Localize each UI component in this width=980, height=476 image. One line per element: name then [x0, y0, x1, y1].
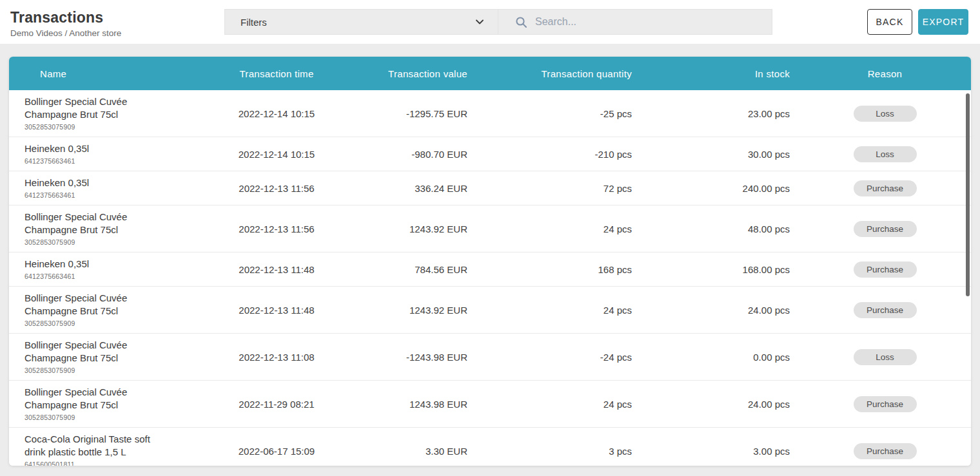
in-stock-value: 23.00 pcs [641, 108, 799, 119]
product-name: Bollinger Special Cuvée Champagne Brut 7… [24, 386, 159, 412]
table-row[interactable]: Bollinger Special Cuvée Champagne Brut 7… [9, 334, 971, 381]
transaction-quantity: 168 pcs [476, 264, 641, 275]
header-actions: BACK EXPORT [867, 0, 968, 35]
search-box[interactable] [498, 9, 772, 35]
product-name: Bollinger Special Cuvée Champagne Brut 7… [24, 211, 159, 236]
transaction-value: -980.70 EUR [331, 149, 476, 160]
transaction-value: 336.24 EUR [331, 183, 476, 194]
transaction-time: 2022-12-13 11:56 [222, 224, 331, 234]
reason-badge: Purchase [854, 221, 917, 237]
transaction-time: 2022-06-17 15:09 [222, 446, 331, 457]
column-header-time: Transaction time [222, 68, 331, 79]
name-cell: Heineken 0,35l 6412375663461 [9, 252, 222, 286]
product-name: Heineken 0,35l [24, 258, 159, 271]
name-cell: Bollinger Special Cuvée Champagne Brut 7… [9, 381, 222, 427]
transaction-time: 2022-12-13 11:08 [222, 352, 331, 363]
product-name: Heineken 0,35l [24, 176, 159, 189]
reason-badge: Loss [854, 106, 917, 122]
name-cell: Bollinger Special Cuvée Champagne Brut 7… [9, 287, 222, 333]
column-header-value: Transaction value [331, 68, 476, 79]
table-row[interactable]: Heineken 0,35l 6412375663461 2022-12-13 … [9, 171, 971, 205]
in-stock-value: 168.00 pcs [641, 264, 799, 275]
title-block: Transactions Demo Videos / Another store [10, 0, 224, 38]
column-header-in-stock: In stock [641, 68, 799, 79]
table-row[interactable]: Bollinger Special Cuvée Champagne Brut 7… [9, 287, 971, 334]
page-title: Transactions [10, 9, 224, 26]
column-header-reason: Reason [799, 68, 971, 79]
transaction-value: 1243.92 EUR [331, 305, 476, 316]
reason-cell: Purchase [799, 262, 971, 278]
table-row[interactable]: Bollinger Special Cuvée Champagne Brut 7… [9, 90, 971, 137]
table-body: Bollinger Special Cuvée Champagne Brut 7… [9, 90, 971, 466]
reason-badge: Purchase [854, 396, 917, 412]
transaction-value: -1295.75 EUR [331, 108, 476, 119]
table-row[interactable]: Heineken 0,35l 6412375663461 2022-12-14 … [9, 137, 971, 171]
transaction-time: 2022-12-14 10:15 [222, 108, 331, 119]
name-cell: Heineken 0,35l 6412375663461 [9, 137, 222, 171]
filters-dropdown[interactable]: Filters [224, 9, 498, 35]
table-row[interactable]: Heineken 0,35l 6412375663461 2022-12-13 … [9, 252, 971, 287]
transaction-value: -1243.98 EUR [331, 352, 476, 363]
reason-cell: Purchase [799, 443, 971, 459]
transaction-quantity: 72 pcs [476, 183, 641, 194]
in-stock-value: 24.00 pcs [641, 399, 799, 410]
transaction-value: 1243.92 EUR [331, 224, 476, 234]
back-button[interactable]: BACK [867, 9, 912, 35]
name-cell: Heineken 0,35l 6412375663461 [9, 171, 222, 205]
export-button[interactable]: EXPORT [918, 9, 968, 35]
product-barcode: 6412375663461 [24, 191, 215, 200]
transaction-quantity: 24 pcs [476, 224, 641, 234]
reason-cell: Loss [799, 349, 971, 365]
transaction-value: 1243.98 EUR [331, 399, 476, 410]
filters-search-bar: Filters [224, 0, 772, 35]
search-input[interactable] [535, 16, 763, 28]
in-stock-value: 3.00 pcs [641, 446, 799, 457]
product-barcode: 3052853075909 [24, 366, 215, 375]
transaction-quantity: 3 pcs [476, 446, 641, 457]
in-stock-value: 240.00 pcs [641, 183, 799, 194]
in-stock-value: 0.00 pcs [641, 352, 799, 363]
in-stock-value: 24.00 pcs [641, 305, 799, 316]
table-row[interactable]: Bollinger Special Cuvée Champagne Brut 7… [9, 381, 971, 428]
filters-label: Filters [240, 17, 267, 28]
reason-badge: Purchase [854, 443, 917, 459]
vertical-scrollbar[interactable] [966, 93, 970, 296]
product-name: Coca-Cola Original Taste soft drink plas… [24, 433, 159, 459]
product-barcode: 3052853075909 [24, 319, 215, 328]
product-barcode: 3052853075909 [24, 238, 215, 247]
name-cell: Coca-Cola Original Taste soft drink plas… [9, 428, 222, 466]
transaction-quantity: 24 pcs [476, 305, 641, 316]
product-barcode: 3052853075909 [24, 413, 215, 422]
transaction-quantity: -25 pcs [476, 108, 641, 119]
product-barcode: 6415600501811 [24, 460, 215, 466]
product-name: Bollinger Special Cuvée Champagne Brut 7… [24, 339, 159, 365]
table-header-row: Name Transaction time Transaction value … [9, 57, 971, 90]
transaction-time: 2022-12-14 10:15 [222, 149, 331, 160]
transaction-value: 3.30 EUR [331, 446, 476, 457]
reason-cell: Purchase [799, 396, 971, 412]
reason-cell: Loss [799, 146, 971, 162]
product-name: Heineken 0,35l [24, 142, 159, 155]
reason-badge: Purchase [854, 302, 917, 318]
reason-badge: Purchase [854, 262, 917, 278]
chevron-down-icon [475, 17, 485, 27]
transaction-quantity: 24 pcs [476, 399, 641, 410]
reason-cell: Purchase [799, 221, 971, 237]
reason-badge: Loss [854, 349, 917, 365]
search-icon [515, 16, 527, 28]
transaction-value: 784.56 EUR [331, 264, 476, 275]
transaction-time: 2022-12-13 11:48 [222, 305, 331, 316]
top-bar: Transactions Demo Videos / Another store… [0, 0, 980, 44]
reason-badge: Purchase [854, 180, 917, 196]
table-row[interactable]: Bollinger Special Cuvée Champagne Brut 7… [9, 205, 971, 252]
reason-cell: Purchase [799, 180, 971, 196]
transaction-quantity: -24 pcs [476, 352, 641, 363]
name-cell: Bollinger Special Cuvée Champagne Brut 7… [9, 205, 222, 252]
transaction-time: 2022-11-29 08:21 [222, 399, 331, 410]
reason-cell: Loss [799, 106, 971, 122]
table-row[interactable]: Coca-Cola Original Taste soft drink plas… [9, 428, 971, 466]
name-cell: Bollinger Special Cuvée Champagne Brut 7… [9, 334, 222, 380]
product-barcode: 3052853075909 [24, 122, 215, 131]
product-barcode: 6412375663461 [24, 272, 215, 281]
product-name: Bollinger Special Cuvée Champagne Brut 7… [24, 292, 159, 318]
